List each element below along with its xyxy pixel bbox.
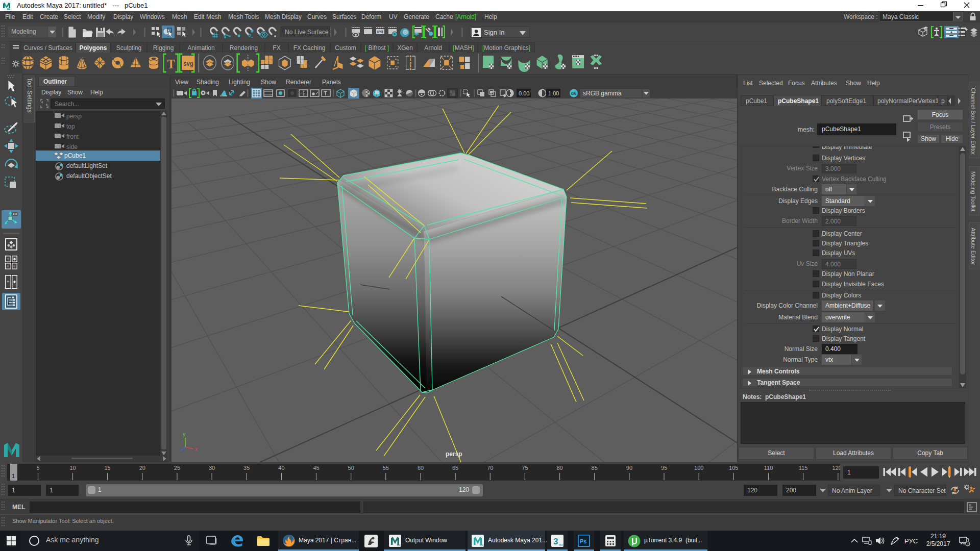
svg-text:15: 15 — [104, 465, 110, 471]
svg-text:1.00: 1.00 — [548, 90, 559, 96]
svg-text:90: 90 — [626, 465, 632, 471]
svg-text:x: x — [195, 446, 198, 452]
svg-text:120: 120 — [832, 465, 840, 471]
svg-text:MAX: MAX — [559, 543, 564, 546]
svg-text:50: 50 — [348, 465, 354, 471]
svg-text:10: 10 — [69, 465, 76, 471]
svg-text:5: 5 — [36, 465, 39, 471]
svg-text:3: 3 — [553, 537, 558, 546]
svg-text:85: 85 — [592, 465, 598, 471]
svg-text:persp: persp — [446, 450, 462, 458]
svg-text:+: + — [7, 264, 9, 269]
svg-text:0.00: 0.00 — [519, 90, 529, 96]
svg-text:+: + — [7, 279, 9, 284]
svg-text:MAYA: MAYA — [397, 544, 401, 547]
svg-text:T: T — [167, 57, 175, 71]
svg-text:+: + — [7, 257, 9, 262]
svg-text:Ps: Ps — [580, 538, 586, 544]
svg-text:MAYA: MAYA — [480, 544, 484, 547]
svg-text:sRGB gamma: sRGB gamma — [583, 90, 622, 97]
svg-text:110: 110 — [764, 465, 773, 471]
svg-text:20: 20 — [139, 465, 145, 471]
svg-text:75: 75 — [522, 465, 528, 471]
svg-text:105: 105 — [729, 465, 738, 471]
svg-text:+: + — [13, 264, 15, 269]
svg-text:55: 55 — [383, 465, 389, 471]
svg-text:1: 1 — [967, 542, 969, 546]
svg-text:115: 115 — [799, 465, 808, 471]
svg-text:IPR: IPR — [377, 30, 383, 34]
svg-text:45: 45 — [313, 465, 319, 471]
svg-text:T: T — [324, 91, 327, 96]
svg-text:ON: ON — [571, 92, 577, 95]
svg-text:35: 35 — [243, 465, 250, 471]
svg-text:25: 25 — [174, 465, 180, 471]
svg-text:svg: svg — [183, 60, 193, 67]
svg-text:1: 1 — [12, 473, 15, 479]
svg-text:y: y — [183, 432, 185, 437]
svg-text:40: 40 — [278, 465, 284, 471]
svg-text:60: 60 — [418, 465, 424, 471]
svg-text:70: 70 — [487, 465, 493, 471]
svg-text:95: 95 — [661, 465, 667, 471]
svg-text:65: 65 — [452, 465, 458, 471]
svg-text:80: 80 — [556, 465, 562, 471]
svg-text:100: 100 — [694, 465, 703, 471]
svg-text:30: 30 — [209, 465, 215, 471]
